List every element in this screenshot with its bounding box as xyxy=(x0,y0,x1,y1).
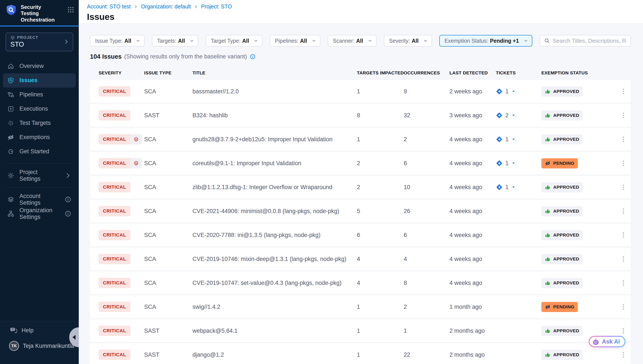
row-actions-menu[interactable] xyxy=(620,254,627,264)
table-row[interactable]: CRITICALSCAbassmaster//1.2.0192 weeks ag… xyxy=(90,80,631,103)
ticket-link[interactable]: 1 xyxy=(496,160,509,167)
tickets-cell: 1 xyxy=(496,160,541,167)
caret-down-icon[interactable] xyxy=(511,89,516,94)
exemption-status-label: APPROVED xyxy=(553,328,579,334)
breadcrumb-link-organization-default[interactable]: Organization: default xyxy=(141,4,191,10)
sidebar-item-overview[interactable]: Overview xyxy=(3,59,76,73)
help-button[interactable]: ? Help xyxy=(0,327,79,334)
module-grid-icon[interactable] xyxy=(67,6,75,13)
ticket-link[interactable]: 2 xyxy=(496,112,509,119)
exemption-status-badge: APPROVED xyxy=(541,230,582,240)
caret-down-icon[interactable] xyxy=(511,137,516,142)
row-actions-menu[interactable] xyxy=(620,182,627,193)
shield-search-icon xyxy=(7,77,14,84)
severity-label: CRITICAL xyxy=(99,206,130,216)
sidebar-item-get-started[interactable]: Get Started xyxy=(3,144,76,159)
exemption-status-label: APPROVED xyxy=(553,352,579,357)
targets-impacted: 4 xyxy=(357,280,404,286)
filter-pipelines[interactable]: Pipelines:All xyxy=(270,35,320,46)
tickets-cell: 1 xyxy=(496,184,541,191)
severity-label: CRITICAL xyxy=(99,134,130,144)
table-row[interactable]: CRITICALSASTB324: hashlib8323 weeks ago2… xyxy=(90,104,631,127)
info-icon[interactable] xyxy=(65,196,72,203)
sidebar: Security Testing Orchestration PROJECT S… xyxy=(0,0,79,364)
last-detected: 4 weeks ago xyxy=(449,160,496,167)
table-row[interactable]: CRITICALSCACVE-2021-44906: minimist@0.0.… xyxy=(90,200,631,222)
row-actions-menu[interactable] xyxy=(620,277,627,288)
project-selector[interactable]: PROJECT STO xyxy=(6,32,73,51)
ticket-link[interactable]: 1 xyxy=(496,88,509,95)
targets-impacted: 8 xyxy=(357,112,404,119)
project-name: STO xyxy=(10,40,68,48)
targets-impacted: 4 xyxy=(357,256,404,262)
occurrences: 6 xyxy=(404,232,449,238)
sidebar-item-issues[interactable]: Issues xyxy=(3,73,76,88)
filter-target-type[interactable]: Target Type:All xyxy=(206,35,262,46)
last-detected: 2 weeks ago xyxy=(449,88,496,95)
targets-impacted: 1 xyxy=(357,304,404,310)
filter-issue-type[interactable]: Issue Type:All xyxy=(90,35,145,46)
table-row[interactable]: CRITICALSCAcoreutils@9.1-1: Improper Inp… xyxy=(90,152,631,175)
filter-label: Targets: xyxy=(157,38,176,44)
exemption-status-label: PENDING xyxy=(553,304,574,310)
org-gear-icon xyxy=(7,210,14,217)
sidebar-item-project-settings[interactable]: Project Settings xyxy=(3,168,76,183)
breadcrumb-link-project-sto[interactable]: Project: STO xyxy=(201,4,232,10)
severity-layers-segment xyxy=(130,158,142,168)
issues-count: 104 Issues xyxy=(90,53,122,60)
row-actions-menu[interactable] xyxy=(620,110,627,121)
table-row[interactable]: CRITICALSCACVE-2019-10747: set-value@0.4… xyxy=(90,272,631,294)
user-menu[interactable]: TK Teja Kummarikuntla xyxy=(0,341,79,351)
occurrences: 6 xyxy=(404,160,449,167)
project-label-row: PROJECT xyxy=(10,35,68,40)
row-actions-menu[interactable] xyxy=(620,230,627,241)
search-input[interactable] xyxy=(553,38,626,44)
filter-severity[interactable]: Severity:All xyxy=(384,35,432,46)
issue-type: SCA xyxy=(144,304,193,310)
info-icon[interactable] xyxy=(65,210,72,217)
sidebar-item-executions[interactable]: Executions xyxy=(3,102,76,116)
breadcrumb-link-account-sto-test[interactable]: Account: STO test xyxy=(87,4,131,10)
ticket-link[interactable]: 1 xyxy=(496,136,509,143)
targets-impacted: 2 xyxy=(357,160,404,167)
row-actions-menu[interactable] xyxy=(620,206,627,217)
occurrences: 8 xyxy=(404,280,449,286)
last-detected: 2 months ago xyxy=(449,328,496,334)
filter-label: Target Type: xyxy=(211,38,240,44)
sidebar-item-account-settings[interactable]: Account Settings xyxy=(3,192,76,206)
table-row[interactable]: CRITICALSCAgnutls28@3.7.9-2+deb12u5: Imp… xyxy=(90,128,631,151)
targets-impacted: 2 xyxy=(357,184,404,191)
search-icon xyxy=(544,38,550,44)
row-actions-menu[interactable] xyxy=(620,349,627,360)
row-actions-menu[interactable] xyxy=(620,86,627,97)
table-row[interactable]: CRITICALSCAswig//1.4.2121 month agoPENDI… xyxy=(90,296,631,318)
table-row[interactable]: CRITICALSASTwebpack@5.64.1112 months ago… xyxy=(90,319,631,342)
column-header-occurrences: OCCURRENCES xyxy=(404,70,449,76)
layers-icon xyxy=(133,136,139,142)
sidebar-item-test-targets[interactable]: Test Targets xyxy=(3,116,76,130)
table-row[interactable]: CRITICALSCACVE-2019-10746: mixin-deep@1.… xyxy=(90,248,631,270)
sidebar-item-exemptions[interactable]: Exemptions xyxy=(3,130,76,144)
caret-down-icon[interactable] xyxy=(511,185,516,190)
row-actions-menu[interactable] xyxy=(620,158,627,169)
ask-ai-button[interactable]: Ask AI xyxy=(589,336,625,347)
caret-down-icon[interactable] xyxy=(511,161,516,166)
filter-scanner[interactable]: Scanner:All xyxy=(328,35,377,46)
caret-down-icon[interactable] xyxy=(511,113,516,118)
table-row[interactable]: CRITICALSCACVE-2020-7788: ini@1.3.5 (lan… xyxy=(90,224,631,246)
row-actions-menu[interactable] xyxy=(620,301,627,312)
filter-value: All xyxy=(242,38,249,44)
sidebar-item-organization-settings[interactable]: Organization Settings xyxy=(3,206,76,221)
issue-title: CVE-2020-7788: ini@1.3.5 (lang-pkgs, nod… xyxy=(193,232,357,238)
row-actions-menu[interactable] xyxy=(620,134,627,145)
ticket-link[interactable]: 1 xyxy=(496,184,509,191)
sidebar-item-pipelines[interactable]: Pipelines xyxy=(3,88,76,102)
baseline-info-icon[interactable] xyxy=(250,54,256,60)
chevron-right-icon xyxy=(194,4,198,9)
row-actions-menu[interactable] xyxy=(620,325,627,336)
table-row[interactable]: CRITICALSCAzlib@1:1.2.13.dfsg-1: Integer… xyxy=(90,176,631,198)
filter-exemption-status[interactable]: Exemption Status:Pending +1 xyxy=(439,35,532,46)
table-row[interactable]: CRITICALSASTdjango@1.21222 months agoAPP… xyxy=(90,343,631,364)
occurrences: 2 xyxy=(404,304,449,310)
filter-targets[interactable]: Targets:All xyxy=(152,35,198,46)
